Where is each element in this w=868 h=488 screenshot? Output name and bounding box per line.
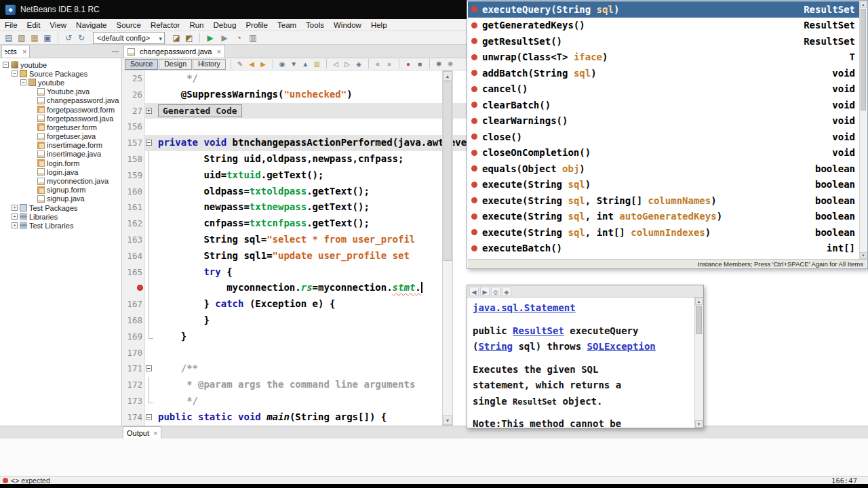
run-project-icon[interactable]: ▶ — [205, 33, 216, 43]
tab-projects[interactable]: Projects — [1, 45, 30, 58]
tree-item-youtube-java[interactable]: Youtube.java — [0, 87, 121, 96]
tab-changepassword-java[interactable]: changepassword.java — [123, 45, 225, 58]
toggle-bookmark-icon[interactable]: ◈ — [354, 59, 364, 69]
completion-item[interactable]: executeBatch()int[] — [468, 241, 859, 257]
completion-item[interactable]: clearBatch()void — [468, 97, 859, 113]
scrollbar-thumb[interactable] — [696, 306, 702, 334]
fold-toggle-icon[interactable]: − — [146, 365, 152, 371]
scrollbar-thumb[interactable] — [443, 81, 452, 261]
editor-scrollbar[interactable] — [442, 70, 453, 426]
collapse-handle-icon[interactable]: − — [12, 70, 18, 77]
save-all-icon[interactable]: ▣ — [42, 33, 53, 43]
new-project-icon[interactable]: ▧ — [16, 33, 27, 43]
completion-item[interactable]: execute(String sql, String[] columnNames… — [468, 192, 859, 209]
find-selection-icon[interactable]: ◉ — [277, 59, 288, 69]
shift-left-icon[interactable]: « — [373, 59, 383, 69]
completion-item[interactable]: equals(Object obj)boolean — [468, 161, 859, 177]
new-file-icon[interactable]: ▤ — [3, 33, 14, 43]
tree-item-insertimage-form[interactable]: insertimage.form — [0, 141, 121, 150]
menu-run[interactable]: Run — [184, 21, 208, 29]
scroll-down-icon[interactable] — [860, 252, 867, 259]
view-button-design[interactable]: Design — [159, 59, 192, 70]
build-project-icon[interactable]: ◪ — [171, 33, 182, 43]
memory-view-icon[interactable]: ▥ — [248, 33, 258, 43]
tree-item-source-packages[interactable]: −Source Packages — [0, 69, 121, 78]
menu-debug[interactable]: Debug — [208, 21, 241, 29]
menu-source[interactable]: Source — [111, 21, 145, 29]
completion-item[interactable]: execute(String sql, int[] columnIndexes)… — [468, 224, 859, 241]
debug-project-icon[interactable]: ▶ — [219, 33, 230, 43]
completion-item[interactable]: clearWarnings()void — [468, 113, 859, 129]
menu-tools[interactable]: Tools — [301, 21, 329, 29]
completion-item[interactable]: executeQuery(String sql)ResultSet — [468, 1, 859, 18]
tree-item-insertimage-java[interactable]: insertimage.java — [0, 150, 121, 159]
tree-item-login-java[interactable]: login.java — [0, 167, 121, 176]
completion-item[interactable]: execute(String sql, int autoGeneratedKey… — [468, 209, 859, 225]
stop-macro-icon[interactable]: ■ — [415, 59, 425, 69]
scroll-up-icon[interactable] — [860, 1, 867, 8]
clean-build-icon[interactable]: ◩ — [184, 33, 195, 43]
close-icon[interactable] — [22, 47, 26, 56]
javadoc-link[interactable]: SQLException — [587, 341, 656, 352]
javadoc-link[interactable]: java.sql.Statement — [473, 302, 576, 313]
tree-item-test-libraries[interactable]: +Test Libraries — [0, 221, 121, 230]
tree-item-libraries[interactable]: +Libraries — [0, 212, 121, 221]
tree-item-myconnection-java[interactable]: myconnection.java — [0, 176, 121, 185]
scroll-up-icon[interactable] — [443, 71, 452, 81]
collapse-handle-icon[interactable]: − — [20, 79, 26, 85]
back-icon[interactable]: ◀ — [247, 59, 257, 69]
uncomment-icon[interactable]: ✱ — [446, 59, 456, 69]
scroll-down-icon[interactable] — [443, 415, 452, 425]
menu-file[interactable]: File — [0, 21, 22, 29]
menu-window[interactable]: Window — [329, 21, 366, 29]
menu-profile[interactable]: Profile — [241, 21, 273, 29]
undo-icon[interactable]: ↺ — [63, 33, 74, 43]
menu-edit[interactable]: Edit — [22, 21, 45, 29]
expand-handle-icon[interactable]: + — [12, 214, 18, 220]
profile-project-icon[interactable]: ◔ — [233, 33, 244, 43]
completion-item[interactable]: close()void — [468, 129, 859, 145]
menu-help[interactable]: Help — [366, 21, 392, 29]
completion-scrollbar[interactable] — [859, 1, 867, 259]
tree-item-youtube[interactable]: −youtube — [0, 78, 121, 87]
completion-item[interactable]: getGeneratedKeys()ResultSet — [468, 18, 859, 34]
completion-item[interactable]: unwrap(Class<T> iface)T — [468, 49, 859, 66]
tree-item-forgetpassword-form[interactable]: forgetpassword.form — [0, 105, 121, 114]
scroll-down-icon[interactable] — [695, 420, 703, 428]
scroll-up-icon[interactable] — [695, 298, 703, 305]
menu-team[interactable]: Team — [273, 21, 301, 29]
fold-toggle-icon[interactable]: − — [146, 414, 152, 420]
forward-icon[interactable]: ▶ — [258, 59, 269, 69]
tab-output[interactable]: Output — [123, 426, 161, 439]
start-macro-icon[interactable]: ● — [403, 59, 414, 69]
config-combobox[interactable]: <default config> — [93, 32, 165, 44]
fold-toggle-icon[interactable]: − — [146, 140, 152, 146]
completion-item[interactable]: closeOnCompletion()void — [468, 145, 859, 161]
tree-item-test-packages[interactable]: +Test Packages — [0, 203, 121, 212]
find-previous-icon[interactable]: ▲ — [300, 59, 311, 69]
javadoc-link[interactable]: ResultSet — [513, 325, 564, 336]
next-bookmark-icon[interactable]: ▷ — [342, 59, 353, 69]
pin-icon[interactable]: ◆ — [502, 287, 511, 296]
show-in-browser-icon[interactable]: ◎ — [491, 287, 500, 296]
shift-right-icon[interactable]: » — [384, 59, 395, 69]
javadoc-forward-icon[interactable]: ▶ — [480, 287, 490, 296]
tree-item-changepassword-java[interactable]: changepassword.java — [0, 96, 121, 105]
tree-item-forgetuser-form[interactable]: forgetuser.form — [0, 123, 121, 131]
previous-bookmark-icon[interactable]: ◁ — [331, 59, 341, 69]
view-button-history[interactable]: History — [193, 59, 226, 70]
toggle-highlight-icon[interactable]: ▥ — [312, 59, 322, 69]
javadoc-scrollbar[interactable] — [694, 298, 703, 428]
close-icon[interactable] — [216, 47, 220, 56]
scrollbar-thumb[interactable] — [861, 9, 866, 110]
view-button-source[interactable]: Source — [125, 59, 158, 70]
open-project-icon[interactable]: ▦ — [29, 33, 40, 43]
minimize-panel-button[interactable] — [112, 47, 119, 55]
completion-item[interactable]: getResultSet()ResultSet — [468, 33, 859, 49]
javadoc-back-icon[interactable]: ◀ — [469, 287, 479, 296]
completion-item[interactable]: cancel()void — [468, 81, 859, 98]
tree-item-forgetpassword-java[interactable]: forgetpassword.java — [0, 114, 121, 123]
javadoc-link[interactable]: String — [478, 341, 513, 352]
tree-item-login-form[interactable]: login.form — [0, 159, 121, 167]
menu-view[interactable]: View — [45, 21, 71, 29]
